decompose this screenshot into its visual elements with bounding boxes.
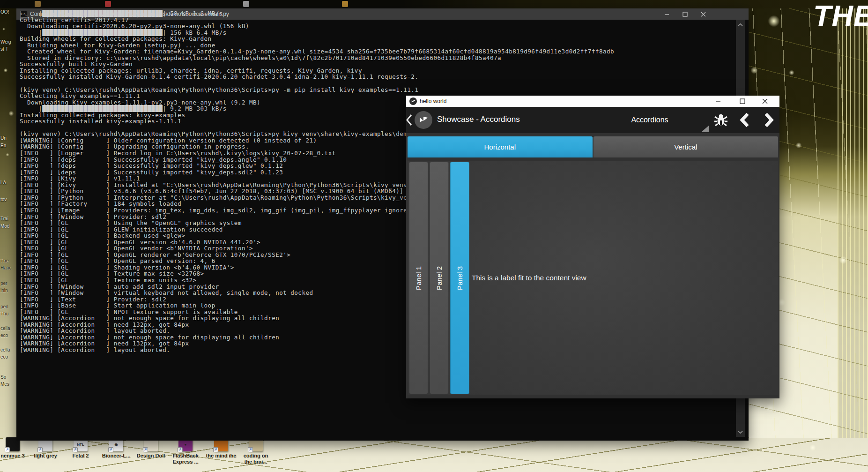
kivy-wings-icon xyxy=(418,114,429,126)
edge-icon-label: tov xyxy=(0,197,7,202)
chevron-up-icon xyxy=(738,23,743,27)
page-title: Showcase - Accordions xyxy=(437,115,520,124)
edge-icon-label: The xyxy=(0,258,8,263)
edge-icon-label: Un xyxy=(0,135,7,141)
close-icon xyxy=(701,12,706,17)
edge-icon-label: Mod xyxy=(0,224,9,229)
wallpaper-wireframe-band xyxy=(838,0,868,472)
chevron-left-icon xyxy=(405,113,413,127)
kivy-titlebar[interactable]: hello world xyxy=(406,96,779,107)
showcase-logo-icon xyxy=(415,111,432,129)
accordions-spinner[interactable]: Accordions xyxy=(591,107,708,133)
maximize-icon xyxy=(683,12,688,17)
chevron-down-icon xyxy=(738,430,743,434)
accordion-panels: Panel 1Panel 2Panel 3 xyxy=(409,162,469,394)
edge-icon-label: Hanc xyxy=(0,265,11,270)
desktop-icon-label: Design Doll xyxy=(134,453,168,459)
edge-icon-label: Trai xyxy=(0,216,8,221)
desktop-icon-flashback[interactable]: ●↗FlashBackExpress ... xyxy=(168,437,203,465)
edge-icon-label: Mes xyxy=(0,382,9,387)
edge-icon-label: En xyxy=(0,143,6,148)
accordion-content-label: This is a label fit to the content view xyxy=(472,274,586,282)
previous-screen-button[interactable] xyxy=(735,111,754,129)
shortcut-arrow-icon: ↗ xyxy=(73,447,78,452)
tab-row: HorizontalVertical xyxy=(408,136,778,157)
wallpaper-left-strip xyxy=(0,0,16,472)
edge-icon-label: cella xyxy=(0,347,10,352)
shortcut-arrow-icon: ↗ xyxy=(213,447,218,452)
edge-icon-label: i-A xyxy=(0,180,6,185)
edge-icon-label: So xyxy=(0,375,6,380)
terminal-minimize-button[interactable] xyxy=(659,8,675,20)
showcase-content: HorizontalVertical Panel 1Panel 2Panel 3… xyxy=(406,133,779,398)
wallpaper-the-text: THE xyxy=(813,1,868,30)
window-title: hello world xyxy=(420,98,446,105)
next-screen-button[interactable] xyxy=(760,111,779,129)
edge-icon-label: OO! xyxy=(0,9,9,15)
shortcut-arrow-icon: ↗ xyxy=(5,447,10,452)
desktop-shortcut-icon[interactable] xyxy=(342,1,348,7)
edge-icon-label: perl xyxy=(0,304,8,309)
debug-button[interactable] xyxy=(712,111,730,129)
kivy-maximize-button[interactable] xyxy=(735,96,749,107)
accordion-panel-2[interactable]: Panel 2 xyxy=(430,162,449,394)
chevron-left-icon xyxy=(739,112,749,127)
desktop-icon-label: Bioneer-L... xyxy=(98,453,134,459)
kivy-close-button[interactable] xyxy=(758,96,772,107)
desktop-shortcut-icon[interactable] xyxy=(243,1,249,7)
edge-icon-label: eco xyxy=(0,333,8,338)
scroll-down-button[interactable] xyxy=(736,428,745,436)
terminal-maximize-button[interactable] xyxy=(677,8,693,20)
desktop-icon-label: nenmue 3 xyxy=(0,453,28,459)
back-button[interactable] xyxy=(405,113,414,127)
showcase-header: Showcase - Accordions Accordions xyxy=(406,107,779,133)
kivy-wings-icon xyxy=(411,99,416,104)
accordion-area: Panel 1Panel 2Panel 3 This is a label fi… xyxy=(408,161,778,395)
desktop-shortcut-icon[interactable] xyxy=(35,1,41,7)
minimize-icon xyxy=(664,12,669,17)
desktop-shortcut-icon[interactable] xyxy=(105,1,111,7)
tab-horizontal[interactable]: Horizontal xyxy=(408,136,593,157)
desktop-icon-label: light grey xyxy=(29,453,62,459)
accordion-panel-1[interactable]: Panel 1 xyxy=(409,162,428,394)
desktop: THE OO!Weigst TUnEni-AtovTraiModTheHancp… xyxy=(0,0,868,472)
scroll-up-button[interactable] xyxy=(736,21,745,29)
chevron-right-icon xyxy=(764,112,774,127)
shortcut-arrow-icon: ↗ xyxy=(37,447,43,452)
kivy-minimize-button[interactable] xyxy=(711,96,725,107)
desktop-icon-label: the mind ihe xyxy=(202,453,240,459)
terminal-close-button[interactable] xyxy=(695,8,711,20)
kivy-window: hello world Showcase - Accordions Accord xyxy=(406,96,779,398)
desktop-icon-label: FlashBackExpress ... xyxy=(168,453,203,465)
spinner-corner-icon xyxy=(702,126,709,132)
panel-label: Panel 2 xyxy=(435,266,443,290)
shortcut-arrow-icon: ↗ xyxy=(248,447,253,452)
edge-icon-label: Thu xyxy=(0,311,8,316)
shortcut-arrow-icon: ↗ xyxy=(178,447,183,452)
maximize-icon xyxy=(740,98,745,104)
desktop-icon-label: coding onthe brai... xyxy=(239,453,273,465)
shortcut-arrow-icon: ↗ xyxy=(143,447,148,452)
edge-icon-label: eco xyxy=(0,354,8,360)
edge-icon-label: Weig xyxy=(0,39,11,45)
close-icon xyxy=(762,98,768,104)
edge-icon-label: st T xyxy=(0,46,8,52)
bug-icon xyxy=(714,113,728,127)
minimize-icon xyxy=(716,99,721,104)
panel-label: Panel 1 xyxy=(415,266,423,290)
wallpaper-top-strip xyxy=(0,0,868,8)
panel-label: Panel 3 xyxy=(456,266,464,290)
shortcut-arrow-icon: ↗ xyxy=(108,447,113,452)
edge-icon-label: cella xyxy=(0,326,10,331)
edge-icon-label: per xyxy=(0,281,7,286)
desktop-icon-label: Fetal 2 xyxy=(63,453,98,459)
accordion-panel-3[interactable]: Panel 3 xyxy=(450,162,469,394)
edge-icon-label: inin xyxy=(0,288,8,293)
tab-vertical[interactable]: Vertical xyxy=(594,136,779,157)
kivy-logo-icon xyxy=(409,97,417,105)
desktop-icon-coding-on[interactable]: ↗coding onthe brai... xyxy=(239,437,273,465)
